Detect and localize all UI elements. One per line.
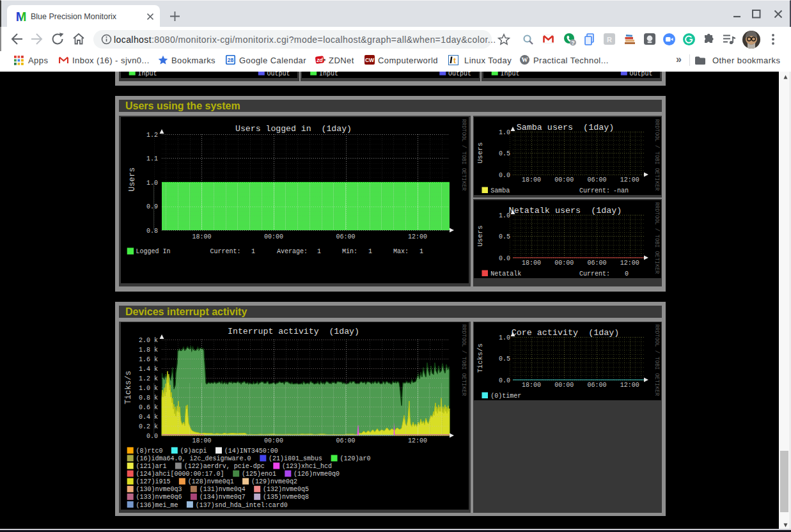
svg-text:Logged In: Logged In: [136, 248, 170, 255]
svg-text:(131)nvme0q4: (131)nvme0q4: [199, 486, 245, 493]
svg-text:1: 1: [251, 248, 255, 255]
svg-text:Current:: Current:: [210, 248, 240, 255]
svg-text:0.0: 0.0: [146, 433, 157, 440]
svg-text:?: ?: [571, 40, 575, 46]
svg-text:0.0: 0.0: [499, 171, 510, 178]
svg-text:(136)mei_me: (136)mei_me: [136, 502, 178, 509]
svg-text:Max:: Max:: [393, 248, 409, 255]
svg-text:1: 1: [317, 248, 320, 255]
svg-text:1: 1: [368, 248, 372, 255]
svg-text:(134)nvme0q7: (134)nvme0q7: [199, 494, 245, 501]
svg-text:06:00: 06:00: [336, 437, 355, 444]
svg-text:00:00: 00:00: [554, 382, 574, 389]
svg-text:Core activity (1day): Core activity (1day): [512, 328, 620, 338]
svg-text:1.0: 1.0: [499, 129, 510, 136]
svg-text:(120)ar0: (120)ar0: [340, 455, 370, 462]
svg-text:0.0: 0.0: [499, 255, 510, 262]
svg-text:Current:: Current:: [579, 270, 610, 278]
svg-text:Users: Users: [128, 168, 137, 192]
svg-text:Output: Output: [267, 72, 290, 77]
svg-text:0.0: 0.0: [499, 377, 510, 384]
svg-text:12:00: 12:00: [407, 437, 427, 444]
svg-text:RRDTOOL / TOBI OETIKER: RRDTOOL / TOBI OETIKER: [654, 119, 660, 191]
svg-text:(0)timer: (0)timer: [490, 392, 521, 399]
svg-text:00:00: 00:00: [263, 233, 283, 240]
svg-text:(132)nvme0q5: (132)nvme0q5: [263, 486, 309, 493]
svg-text:(125)eno1: (125)eno1: [242, 471, 276, 478]
svg-text:Users: Users: [476, 142, 484, 163]
svg-text:0.9: 0.9: [146, 203, 157, 210]
svg-text:18:00: 18:00: [522, 382, 541, 389]
svg-text:W: W: [522, 56, 528, 63]
svg-text:06:00: 06:00: [587, 260, 606, 267]
svg-text:12:00: 12:00: [620, 260, 639, 267]
svg-text:Users: Users: [476, 225, 484, 246]
svg-text:1.4 k: 1.4 k: [138, 366, 157, 373]
svg-text:(121)ar1: (121)ar1: [136, 463, 166, 470]
svg-text:18:00: 18:00: [192, 233, 211, 240]
svg-text:(14)INT3450:00: (14)INT3450:00: [224, 448, 278, 455]
svg-text:12:00: 12:00: [620, 382, 639, 389]
svg-text:(8)rtc0: (8)rtc0: [136, 448, 162, 455]
svg-text:Netatalk users (1day): Netatalk users (1day): [509, 206, 622, 215]
svg-text:(124)ahci[0000:00:17.0]: (124)ahci[0000:00:17.0]: [136, 471, 224, 478]
svg-text:Average:: Average:: [277, 248, 308, 255]
svg-text:R: R: [607, 36, 612, 43]
svg-text:(123)xhci_hcd: (123)xhci_hcd: [282, 463, 332, 470]
svg-text:06:00: 06:00: [587, 382, 606, 389]
svg-text:0.5: 0.5: [499, 233, 510, 240]
svg-text:Samba users (1day): Samba users (1day): [517, 123, 615, 132]
svg-text:18:00: 18:00: [522, 260, 541, 267]
svg-text:1.0: 1.0: [146, 180, 157, 187]
svg-text:1.0 k: 1.0 k: [138, 385, 157, 392]
svg-text:1.2: 1.2: [146, 132, 157, 139]
svg-text:Output: Output: [629, 72, 652, 77]
svg-text:28: 28: [228, 57, 234, 63]
svg-text:(133)nvme0q6: (133)nvme0q6: [136, 494, 182, 501]
svg-text:(129)nvme0q2: (129)nvme0q2: [251, 478, 297, 485]
svg-text:0.2 k: 0.2 k: [138, 423, 157, 430]
svg-text:Samba: Samba: [490, 187, 510, 194]
svg-text:18:00: 18:00: [522, 176, 541, 184]
svg-text:(127)i915: (127)i915: [136, 478, 170, 485]
svg-text:1.0: 1.0: [499, 212, 510, 219]
svg-text:Input: Input: [500, 72, 519, 77]
svg-text:(21)i801_smbus: (21)i801_smbus: [269, 455, 322, 462]
svg-text:RRDTOOL / TOBI OETIKER: RRDTOOL / TOBI OETIKER: [460, 119, 467, 191]
svg-text:12:00: 12:00: [620, 176, 639, 184]
svg-text:(126)nvme0q0: (126)nvme0q0: [294, 471, 340, 478]
svg-text:(128)nvme0q1: (128)nvme0q1: [187, 478, 233, 485]
svg-text:1.8 k: 1.8 k: [138, 347, 157, 354]
svg-text:1.6 k: 1.6 k: [138, 356, 157, 363]
svg-text:(130)nvme0q3: (130)nvme0q3: [136, 486, 182, 493]
svg-text:0.8: 0.8: [146, 228, 157, 235]
svg-text:18:00: 18:00: [192, 437, 211, 444]
svg-text:06:00: 06:00: [587, 176, 606, 184]
svg-text:-nan: -nan: [613, 187, 629, 194]
svg-text:(135)nvme0q8: (135)nvme0q8: [263, 494, 309, 501]
svg-text:(122)aerdrv, pcie-dpc: (122)aerdrv, pcie-dpc: [184, 463, 264, 470]
svg-text:Output: Output: [448, 72, 471, 77]
svg-text:zd: zd: [316, 57, 323, 63]
svg-text:(16)idma64.0, i2c_designware.0: (16)idma64.0, i2c_designware.0: [136, 455, 251, 462]
svg-text:0.5: 0.5: [499, 356, 510, 363]
svg-text:RRDTOOL / TOBI OETIKER: RRDTOOL / TOBI OETIKER: [460, 324, 467, 396]
svg-text:0.4 k: 0.4 k: [138, 414, 157, 421]
svg-text:00:00: 00:00: [554, 260, 574, 267]
svg-text:Users logged in (1day): Users logged in (1day): [235, 124, 351, 134]
svg-text:Interrupt activity (1day): Interrupt activity (1day): [228, 327, 359, 336]
svg-text:0.5: 0.5: [499, 150, 510, 157]
svg-text:00:00: 00:00: [263, 437, 283, 444]
svg-text:Current:: Current:: [579, 187, 610, 194]
svg-text:Ticks/s: Ticks/s: [124, 371, 133, 405]
svg-text:Netatalk: Netatalk: [490, 270, 521, 278]
svg-text:0.8 k: 0.8 k: [138, 395, 157, 402]
svg-text:Input: Input: [319, 72, 338, 77]
svg-text:RRDTOOL / TOBI OETIKER: RRDTOOL / TOBI OETIKER: [654, 202, 660, 274]
svg-text:00:00: 00:00: [554, 176, 574, 184]
svg-text:RRDTOOL / TOBI OETIKER: RRDTOOL / TOBI OETIKER: [654, 324, 660, 396]
svg-text:1.2 k: 1.2 k: [138, 375, 157, 382]
svg-text:12:00: 12:00: [407, 233, 427, 240]
svg-text:Input: Input: [137, 72, 157, 77]
svg-text:1.1: 1.1: [146, 155, 157, 162]
